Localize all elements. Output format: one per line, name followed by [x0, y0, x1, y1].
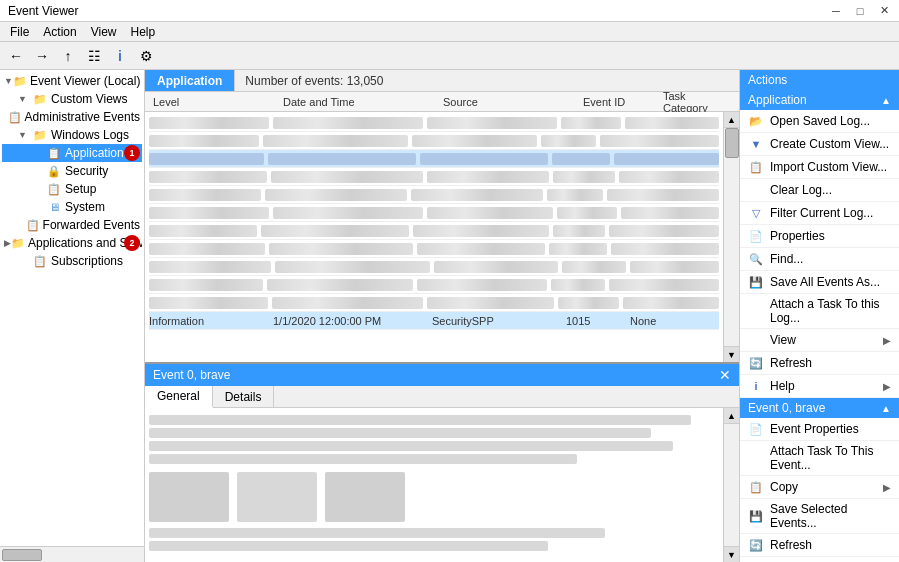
bottom-content[interactable] [145, 408, 723, 562]
table-content[interactable]: Information 1/1/2020 12:00:00 PM Securit… [145, 112, 723, 362]
actions-pane-title: Actions [740, 70, 899, 90]
action-find[interactable]: 🔍 Find... [740, 248, 899, 271]
col-taskcategory[interactable]: Task Category [659, 90, 719, 114]
action-import-custom-view[interactable]: 📋 Import Custom View... [740, 156, 899, 179]
action-clear-log[interactable]: Clear Log... [740, 179, 899, 202]
tree-label: Subscriptions [51, 254, 123, 268]
action-refresh-event[interactable]: 🔄 Refresh [740, 534, 899, 557]
action-attach-task-event[interactable]: Attach Task To This Event... [740, 441, 899, 476]
tree-label: Forwarded Events [43, 218, 140, 232]
tree-item-application[interactable]: 📋 Application 1 [2, 144, 142, 162]
table-row[interactable] [149, 114, 719, 132]
action-help-event[interactable]: i Help ▶ [740, 557, 899, 562]
tab-general[interactable]: General [145, 386, 213, 408]
scroll-down-btn[interactable]: ▼ [724, 346, 739, 362]
top-panel: Application Number of events: 13,050 Lev… [145, 70, 739, 362]
tree-item-app-services[interactable]: ▶ 📁 Applications and Services Lo... 2 [2, 234, 142, 252]
close-button[interactable]: ✕ [873, 2, 895, 20]
tree-item-system[interactable]: 🖥 System [2, 198, 142, 216]
vertical-scrollbar[interactable]: ▲ ▼ [723, 112, 739, 362]
action-label: Save Selected Events... [770, 502, 891, 530]
application-tab[interactable]: Application [145, 70, 235, 91]
left-pane-scrollbar[interactable] [0, 546, 144, 562]
table-row-last[interactable]: Information 1/1/2020 12:00:00 PM Securit… [149, 312, 719, 330]
action-create-custom-view[interactable]: ▼ Create Custom View... [740, 133, 899, 156]
action-copy[interactable]: 📋 Copy ▶ [740, 476, 899, 499]
tree-item-windows-logs[interactable]: ▼ 📁 Windows Logs [2, 126, 142, 144]
menu-help[interactable]: Help [125, 23, 162, 41]
tree-item-forwarded-events[interactable]: 📋 Forwarded Events [2, 216, 142, 234]
show-hide-button[interactable]: ☷ [82, 45, 106, 67]
table-row[interactable] [149, 222, 719, 240]
tree-item-custom-views[interactable]: ▼ 📁 Custom Views [2, 90, 142, 108]
table-row[interactable] [149, 204, 719, 222]
info-button[interactable]: i [108, 45, 132, 67]
tree-label: Application [65, 146, 124, 160]
table-row[interactable] [149, 294, 719, 312]
menu-file[interactable]: File [4, 23, 35, 41]
actions-section-application: Application ▲ 📂 Open Saved Log... ▼ Crea… [740, 90, 899, 398]
up-button[interactable]: ↑ [56, 45, 80, 67]
action-attach-task[interactable]: Attach a Task To this Log... [740, 294, 899, 329]
bottom-scroll-up[interactable]: ▲ [724, 408, 739, 424]
bottom-scrollbar[interactable]: ▲ ▼ [723, 408, 739, 562]
tree-label: Windows Logs [51, 128, 129, 142]
action-refresh[interactable]: 🔄 Refresh [740, 352, 899, 375]
action-filter-current-log[interactable]: ▽ Filter Current Log... [740, 202, 899, 225]
action-save-all-events[interactable]: 💾 Save All Events As... [740, 271, 899, 294]
action-open-saved-log[interactable]: 📂 Open Saved Log... [740, 110, 899, 133]
col-eventid[interactable]: Event ID [579, 96, 659, 108]
table-row[interactable] [149, 168, 719, 186]
col-level[interactable]: Level [149, 96, 279, 108]
col-datetime[interactable]: Date and Time [279, 96, 439, 108]
actions-pane: Actions Application ▲ 📂 Open Saved Log..… [739, 70, 899, 562]
menu-action[interactable]: Action [37, 23, 82, 41]
open-log-icon: 📂 [748, 113, 764, 129]
tree-item-subscriptions[interactable]: 📋 Subscriptions [2, 252, 142, 270]
table-row[interactable] [149, 276, 719, 294]
action-event-properties[interactable]: 📄 Event Properties [740, 418, 899, 441]
forward-button[interactable]: → [30, 45, 54, 67]
table-row[interactable] [149, 258, 719, 276]
tab-details[interactable]: Details [213, 386, 275, 407]
col-source[interactable]: Source [439, 96, 579, 108]
back-button[interactable]: ← [4, 45, 28, 67]
action-properties[interactable]: 📄 Properties [740, 225, 899, 248]
action-save-selected[interactable]: 💾 Save Selected Events... [740, 499, 899, 534]
table-row[interactable] [149, 150, 719, 168]
menu-view[interactable]: View [85, 23, 123, 41]
help-icon: i [748, 378, 764, 394]
actions-section-app-header[interactable]: Application ▲ [740, 90, 899, 110]
action-label: Find... [770, 252, 891, 266]
bottom-scroll-down[interactable]: ▼ [724, 546, 739, 562]
actions-section-event-header[interactable]: Event 0, brave ▲ [740, 398, 899, 418]
tab-header: Application Number of events: 13,050 [145, 70, 739, 92]
tree-item-security[interactable]: 🔒 Security [2, 162, 142, 180]
table-row[interactable] [149, 132, 719, 150]
action-label: Attach Task To This Event... [770, 444, 891, 472]
properties-button[interactable]: ⚙ [134, 45, 158, 67]
scroll-track[interactable] [724, 128, 739, 346]
table-row[interactable] [149, 240, 719, 258]
tree-item-admin-events[interactable]: 📋 Administrative Events [2, 108, 142, 126]
tree-item-setup[interactable]: 📋 Setup [2, 180, 142, 198]
scroll-thumb[interactable] [725, 128, 739, 158]
table-row[interactable] [149, 186, 719, 204]
bottom-panel-header: Event 0, brave ✕ [145, 364, 739, 386]
bottom-image-row [149, 472, 719, 522]
badge-2: 2 [124, 235, 140, 251]
scroll-up-btn[interactable]: ▲ [724, 112, 739, 128]
scroll-thumb[interactable] [2, 549, 42, 561]
image-block-3 [325, 472, 405, 522]
close-detail-icon[interactable]: ✕ [719, 367, 731, 383]
log-icon: 📋 [46, 181, 62, 197]
section-collapse-icon: ▲ [881, 95, 891, 106]
action-help[interactable]: i Help ▶ [740, 375, 899, 398]
maximize-button[interactable]: □ [849, 2, 871, 20]
expand-icon: ▼ [18, 94, 32, 104]
minimize-button[interactable]: ─ [825, 2, 847, 20]
tree-label: Event Viewer (Local) [30, 74, 141, 88]
bottom-scroll-track[interactable] [724, 424, 739, 546]
action-view[interactable]: View ▶ [740, 329, 899, 352]
tree-item-root[interactable]: ▼ 📁 Event Viewer (Local) [2, 72, 142, 90]
